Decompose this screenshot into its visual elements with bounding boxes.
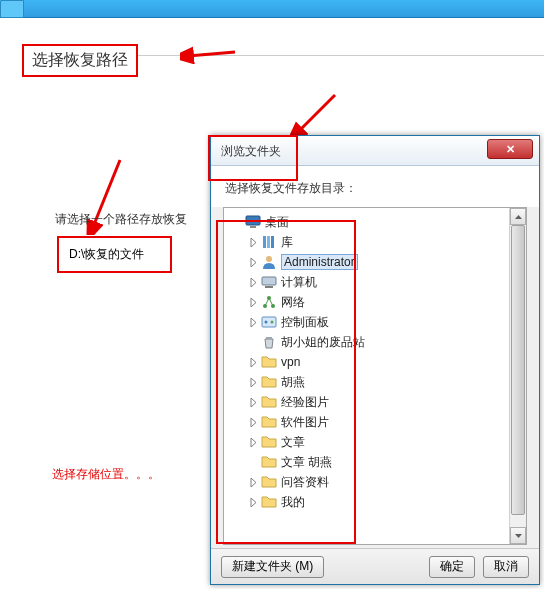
dialog-title-text: 浏览文件夹 <box>221 143 281 160</box>
tree-item[interactable]: 软件图片 <box>226 412 524 432</box>
tree-item-label: vpn <box>281 355 300 369</box>
expand-icon[interactable] <box>248 417 259 428</box>
svg-point-16 <box>265 321 268 324</box>
path-label: 请选择一个路径存放恢复 <box>55 211 187 228</box>
expand-icon[interactable] <box>248 437 259 448</box>
tree-item-label: 经验图片 <box>281 394 329 411</box>
folder-icon <box>261 474 277 490</box>
cancel-button[interactable]: 取消 <box>483 556 529 578</box>
svg-rect-11 <box>265 286 273 288</box>
svg-rect-15 <box>262 317 276 327</box>
expand-icon <box>232 217 243 228</box>
dialog-footer: 新建文件夹 (M) 确定 取消 <box>211 548 539 584</box>
tree-item-label: 库 <box>281 234 293 251</box>
tree-item-label: 胡小姐的废品站 <box>281 334 365 351</box>
expand-icon[interactable] <box>248 317 259 328</box>
recycle-icon <box>261 334 277 350</box>
tree-item-label: 胡燕 <box>281 374 305 391</box>
tree-item-label: 文章 胡燕 <box>281 454 332 471</box>
expand-icon <box>248 337 259 348</box>
svg-rect-4 <box>246 216 260 225</box>
path-input[interactable]: D:\恢复的文件 <box>57 236 172 273</box>
folder-icon <box>261 454 277 470</box>
tree-item[interactable]: 文章 胡燕 <box>226 452 524 472</box>
svg-line-1 <box>298 95 335 132</box>
scroll-down-button[interactable] <box>510 527 526 544</box>
annotation-arrow <box>290 90 340 140</box>
user-icon <box>261 254 277 270</box>
tree-item-label: 控制面板 <box>281 314 329 331</box>
tree-list: 桌面库Administrator计算机网络控制面板胡小姐的废品站vpn胡燕经验图… <box>224 208 526 516</box>
annotation-text: 选择存储位置。。。 <box>52 466 160 483</box>
library-icon <box>261 234 277 250</box>
folder-icon <box>261 494 277 510</box>
tree-item-label: 文章 <box>281 434 305 451</box>
tree-item[interactable]: 计算机 <box>226 272 524 292</box>
network-icon <box>261 294 277 310</box>
dialog-titlebar: 浏览文件夹 ✕ <box>211 136 539 166</box>
tree-item[interactable]: 库 <box>226 232 524 252</box>
folder-icon <box>261 414 277 430</box>
browse-folder-dialog: 浏览文件夹 ✕ 选择恢复文件存放目录： 桌面库Administrator计算机网… <box>210 135 540 585</box>
folder-tree: 桌面库Administrator计算机网络控制面板胡小姐的废品站vpn胡燕经验图… <box>223 207 527 545</box>
desktop-icon <box>245 214 261 230</box>
svg-rect-10 <box>262 277 276 285</box>
folder-icon <box>261 394 277 410</box>
expand-icon <box>248 457 259 468</box>
svg-rect-7 <box>267 236 270 248</box>
tree-item-label: 软件图片 <box>281 414 329 431</box>
svg-point-17 <box>271 321 274 324</box>
tree-item-label: 我的 <box>281 494 305 511</box>
expand-icon[interactable] <box>248 477 259 488</box>
section-title: 选择恢复路径 <box>22 44 138 77</box>
tree-item[interactable]: 我的 <box>226 492 524 512</box>
tree-item[interactable]: 胡小姐的废品站 <box>226 332 524 352</box>
tree-item-label: 计算机 <box>281 274 317 291</box>
expand-icon[interactable] <box>248 237 259 248</box>
folder-icon <box>261 434 277 450</box>
control-icon <box>261 314 277 330</box>
expand-icon[interactable] <box>248 357 259 368</box>
scrollbar[interactable] <box>509 208 526 544</box>
tree-item[interactable]: vpn <box>226 352 524 372</box>
expand-icon[interactable] <box>248 257 259 268</box>
tree-item[interactable]: 问答资料 <box>226 472 524 492</box>
tree-item-label: 桌面 <box>265 214 289 231</box>
close-button[interactable]: ✕ <box>487 139 533 159</box>
svg-rect-5 <box>250 226 256 228</box>
dialog-instruction: 选择恢复文件存放目录： <box>211 166 539 207</box>
section-divider <box>130 55 544 56</box>
svg-point-9 <box>266 256 272 262</box>
new-folder-button[interactable]: 新建文件夹 (M) <box>221 556 324 578</box>
svg-rect-6 <box>263 236 266 248</box>
computer-icon <box>261 274 277 290</box>
annotation-arrow <box>180 40 240 64</box>
tree-item[interactable]: 桌面 <box>226 212 524 232</box>
svg-rect-8 <box>271 236 274 248</box>
tree-item[interactable]: 控制面板 <box>226 312 524 332</box>
scroll-up-button[interactable] <box>510 208 526 225</box>
window-titlebar <box>0 0 544 18</box>
tree-item-label: 问答资料 <box>281 474 329 491</box>
tree-item[interactable]: 文章 <box>226 432 524 452</box>
tree-item-label: 网络 <box>281 294 305 311</box>
tree-item-label: Administrator <box>281 254 358 270</box>
folder-icon <box>261 354 277 370</box>
window-icon <box>0 0 24 18</box>
svg-rect-18 <box>266 337 272 339</box>
expand-icon[interactable] <box>248 277 259 288</box>
scroll-thumb[interactable] <box>511 225 525 515</box>
expand-icon[interactable] <box>248 297 259 308</box>
tree-item[interactable]: 网络 <box>226 292 524 312</box>
tree-item[interactable]: Administrator <box>226 252 524 272</box>
folder-icon <box>261 374 277 390</box>
expand-icon[interactable] <box>248 397 259 408</box>
tree-item[interactable]: 经验图片 <box>226 392 524 412</box>
expand-icon[interactable] <box>248 497 259 508</box>
ok-button[interactable]: 确定 <box>429 556 475 578</box>
tree-item[interactable]: 胡燕 <box>226 372 524 392</box>
expand-icon[interactable] <box>248 377 259 388</box>
